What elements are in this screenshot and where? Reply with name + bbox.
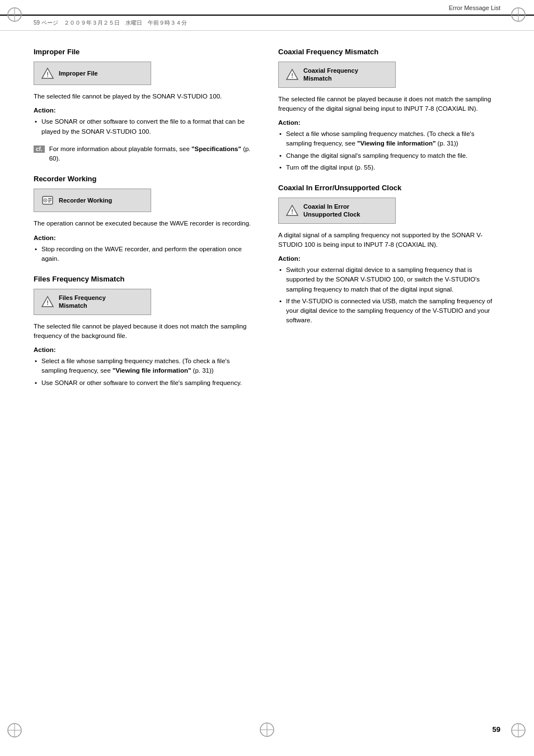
action-heading-files-freq: Action: — [34, 346, 256, 353]
heading-recorder-working: Recorder Working — [34, 175, 256, 183]
cf-text-improper-file: For more information about playable form… — [49, 144, 256, 164]
center-bottom-decoration — [259, 722, 275, 739]
action-item: Use SONAR or other software to convert t… — [34, 378, 256, 388]
action-heading-coaxial-freq: Action: — [278, 119, 500, 126]
body-text-coaxial-in-error: A digital signal of a sampling frequency… — [278, 231, 500, 250]
action-list-recorder-working: Stop recording on the WAVE recorder, and… — [34, 245, 256, 264]
svg-text:!: ! — [46, 299, 49, 306]
error-box-coaxial-in-error: ! Coaxial In Error Unsupported Clock — [278, 198, 396, 224]
warning-icon-coaxial-freq: ! — [285, 68, 299, 81]
error-box-files-freq: ! Files Frequency Mismatch — [34, 289, 151, 315]
header-title: Error Message List — [449, 4, 500, 11]
error-label-files-freq: Files Frequency Mismatch — [59, 294, 106, 310]
action-item: Turn off the digital input (p. 55). — [278, 163, 500, 172]
heading-coaxial-freq-mismatch: Coaxial Frequency Mismatch — [278, 48, 500, 56]
error-box-coaxial-freq: ! Coaxial Frequency Mismatch — [278, 62, 396, 88]
page-wrapper: Error Message List 59 ページ ２００９年３月２５日 水曜日… — [0, 0, 534, 756]
action-item: Select a file whose sampling frequency m… — [278, 129, 500, 149]
body-text-recorder-working: The operation cannot be executed because… — [34, 219, 256, 228]
error-box-improper-file: ! Improper File — [34, 62, 151, 85]
corner-decoration-bl — [7, 722, 24, 739]
section-improper-file: Improper File ! Improper File The select… — [34, 48, 256, 163]
action-list-files-freq: Select a file whose sampling frequency m… — [34, 356, 256, 388]
cf-label: cf. — [34, 145, 45, 153]
corner-decoration-br — [510, 722, 527, 739]
section-coaxial-freq-mismatch: Coaxial Frequency Mismatch ! Coaxial Fre… — [278, 48, 500, 172]
svg-rect-20 — [48, 198, 51, 199]
section-files-frequency-mismatch: Files Frequency Mismatch ! Files Frequen… — [34, 275, 256, 388]
error-box-recorder-working: Recorder Working — [34, 189, 151, 212]
action-item: If the V-STUDIO is connected via USB, ma… — [278, 297, 500, 326]
action-heading-coaxial-in-error: Action: — [278, 255, 500, 262]
action-item: Switch your external digital device to a… — [278, 265, 500, 294]
body-text-improper-file: The selected file cannot be played by th… — [34, 92, 256, 101]
meta-line: 59 ページ ２００９年３月２５日 水曜日 午前９時３４分 — [0, 16, 534, 31]
action-list-coaxial-in-error: Switch your external digital device to a… — [278, 265, 500, 326]
warning-icon-coaxial-in-error: ! — [285, 204, 299, 217]
section-recorder-working: Recorder Working Recorder Working — [34, 175, 256, 264]
page-number: 59 — [493, 725, 500, 734]
main-content: Improper File ! Improper File The select… — [0, 31, 534, 421]
header-bar: Error Message List — [0, 0, 534, 16]
right-column: Coaxial Frequency Mismatch ! Coaxial Fre… — [278, 48, 500, 399]
left-column: Improper File ! Improper File The select… — [34, 48, 256, 399]
action-heading-recorder-working: Action: — [34, 234, 256, 241]
action-heading-improper-file: Action: — [34, 107, 256, 114]
warning-icon-files-freq: ! — [41, 295, 54, 308]
error-label-recorder-working: Recorder Working — [59, 196, 112, 204]
corner-decoration-tl — [7, 7, 24, 24]
error-label-coaxial-freq: Coaxial Frequency Mismatch — [303, 67, 358, 83]
error-label-improper-file: Improper File — [59, 69, 98, 77]
svg-text:!: ! — [291, 72, 293, 79]
warning-icon-improper-file: ! — [41, 67, 54, 80]
action-list-coaxial-freq: Select a file whose sampling frequency m… — [278, 129, 500, 172]
svg-text:!: ! — [291, 208, 293, 215]
body-text-coaxial-freq: The selected file cannot be played becau… — [278, 95, 500, 114]
svg-point-19 — [45, 200, 46, 201]
svg-rect-22 — [48, 201, 50, 203]
action-item: Stop recording on the WAVE recorder, and… — [34, 245, 256, 264]
svg-text:!: ! — [46, 71, 49, 78]
body-text-files-freq: The selected file cannot be played becau… — [34, 322, 256, 341]
cf-box-improper-file: cf. For more information about playable … — [34, 144, 256, 164]
action-item: Change the digital signal's sampling fre… — [278, 151, 500, 161]
action-item: Select a file whose sampling frequency m… — [34, 356, 256, 376]
action-list-improper-file: Use SONAR or other software to convert t… — [34, 117, 256, 137]
error-label-coaxial-in-error: Coaxial In Error Unsupported Clock — [303, 203, 360, 219]
heading-files-frequency-mismatch: Files Frequency Mismatch — [34, 275, 256, 283]
heading-improper-file: Improper File — [34, 48, 256, 56]
meta-text: 59 ページ ２００９年３月２５日 水曜日 午前９時３４分 — [34, 20, 187, 26]
section-coaxial-in-error: Coaxial In Error/Unsupported Clock ! Coa… — [278, 184, 500, 326]
action-item: Use SONAR or other software to convert t… — [34, 117, 256, 137]
heading-coaxial-in-error: Coaxial In Error/Unsupported Clock — [278, 184, 500, 192]
svg-rect-21 — [48, 200, 51, 201]
recorder-icon — [41, 194, 54, 207]
corner-decoration-tr — [510, 7, 527, 24]
